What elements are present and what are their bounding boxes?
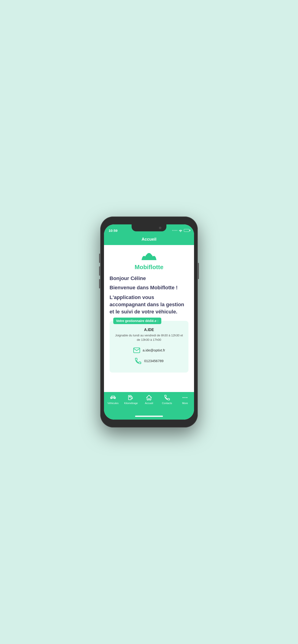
app-header: Accueil <box>104 234 194 245</box>
svg-rect-6 <box>129 396 131 397</box>
phone-row[interactable]: 0123456789 <box>113 357 185 365</box>
phone-icon <box>134 357 142 365</box>
logo-container: Mobiflotte <box>110 250 188 271</box>
nav-item-accueil[interactable]: Accueil <box>140 394 158 404</box>
phone-notch <box>132 224 166 231</box>
fuel-icon <box>128 394 134 401</box>
more-icon <box>182 394 188 401</box>
svg-rect-5 <box>129 396 131 400</box>
main-content: Mobiflotte Bonjour Céline Bienvenue dans… <box>104 245 194 392</box>
description-text: L'application vous accompagnant dans la … <box>110 294 188 315</box>
contacts-phone-icon <box>164 394 170 401</box>
status-icons <box>172 229 189 232</box>
nav-item-vehicules[interactable]: Véhicules <box>104 394 122 404</box>
nav-label-contacts: Contacts <box>162 402 172 404</box>
battery-icon <box>184 229 189 232</box>
phone-frame: 10:59 Accueil <box>100 216 198 428</box>
home-icon <box>146 394 152 401</box>
logo-text: Mobiflotte <box>135 264 163 271</box>
car-icon <box>110 394 116 401</box>
camera <box>159 227 161 229</box>
wifi-icon <box>179 229 182 232</box>
nav-item-contacts[interactable]: Contacts <box>158 394 176 404</box>
signal-icon <box>172 230 177 231</box>
svg-point-9 <box>186 397 187 398</box>
bottom-nav: Véhicules Kilométrage Accueil <box>104 392 194 413</box>
manager-email: a.ide@optixt.fr <box>143 348 165 352</box>
home-indicator <box>135 416 163 417</box>
svg-point-0 <box>180 231 181 232</box>
header-title: Accueil <box>142 237 156 242</box>
nav-label-accueil: Accueil <box>145 402 153 404</box>
svg-point-7 <box>183 397 184 398</box>
email-icon <box>133 346 140 354</box>
nav-label-kilometrage: Kilométrage <box>124 402 138 404</box>
manager-hours: Joignable du lundi au vendredi de 8h30 à… <box>113 333 185 342</box>
home-indicator-bar <box>104 413 194 420</box>
svg-point-1 <box>147 253 151 257</box>
manager-card: Votre gestionnaire dédié.e : A.IDE Joign… <box>110 321 188 372</box>
manager-phone: 0123456789 <box>144 359 163 363</box>
welcome-text: Bienvenue dans Mobiflotte ! <box>110 285 188 291</box>
greeting-text: Bonjour Céline <box>110 276 188 282</box>
phone-screen: 10:59 Accueil <box>104 224 194 420</box>
svg-point-4 <box>114 398 115 399</box>
manager-badge: Votre gestionnaire dédié.e : <box>113 318 161 324</box>
email-row[interactable]: a.ide@optixt.fr <box>113 346 185 354</box>
nav-label-more: More <box>182 402 188 404</box>
status-time: 10:59 <box>109 228 117 232</box>
nav-item-kilometrage[interactable]: Kilométrage <box>122 394 140 404</box>
svg-point-3 <box>111 398 112 399</box>
mobiflotte-logo-icon <box>140 250 158 262</box>
svg-point-8 <box>184 397 185 398</box>
nav-label-vehicules: Véhicules <box>107 402 119 404</box>
manager-name: A.IDE <box>113 328 185 332</box>
nav-item-more[interactable]: More <box>176 394 194 404</box>
